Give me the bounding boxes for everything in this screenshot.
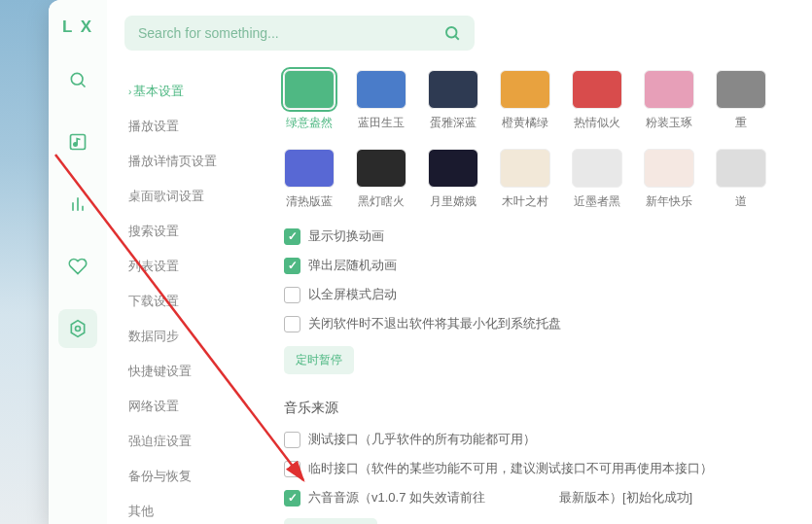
option-fullscreen[interactable]: 以全屏模式启动 xyxy=(284,286,800,303)
theme-swatch xyxy=(644,149,694,188)
theme-item[interactable]: 木叶之村 xyxy=(500,149,550,210)
checkbox[interactable] xyxy=(284,228,300,245)
timed-pause-button[interactable]: 定时暂停 xyxy=(284,346,354,374)
checkbox[interactable] xyxy=(284,287,300,303)
sidebar-item-label: 基本设置 xyxy=(133,83,184,100)
theme-item[interactable]: 热情似火 xyxy=(572,70,622,131)
svg-point-0 xyxy=(71,73,83,85)
sidebar-item-label: 备份与恢复 xyxy=(128,468,192,485)
sidebar-item-label: 下载设置 xyxy=(128,293,179,310)
heart-icon xyxy=(68,257,88,276)
nav-chart[interactable] xyxy=(58,185,97,224)
theme-item[interactable]: 蓝田生玉 xyxy=(356,70,406,131)
sidebar-item-play[interactable]: 播放设置 xyxy=(128,109,272,144)
sidebar-item-label: 播放详情页设置 xyxy=(128,153,217,170)
option-popup-anim[interactable]: 弹出层随机动画 xyxy=(284,257,800,274)
sidebar-item-lyrics[interactable]: 桌面歌词设置 xyxy=(128,179,272,214)
theme-swatch xyxy=(500,149,550,188)
theme-item[interactable]: 新年快乐 xyxy=(644,149,694,210)
sidebar-item-sync[interactable]: 数据同步 xyxy=(128,319,272,354)
sidebar-item-search[interactable]: 搜索设置 xyxy=(128,214,272,249)
source-option-temp[interactable]: 临时接口（软件的某些功能不可用，建议测试接口不可用再使用本接口） xyxy=(284,460,800,477)
checkbox[interactable] xyxy=(284,490,300,507)
theme-item[interactable]: 重 xyxy=(716,70,766,131)
search-input[interactable] xyxy=(138,25,436,41)
themes-row-1: 绿意盎然蓝田生玉蛋雅深蓝橙黄橘绿热情似火粉装玉琢重 xyxy=(284,70,800,131)
theme-item[interactable]: 蛋雅深蓝 xyxy=(428,70,478,131)
main-area: ›基本设置 播放设置 播放详情页设置 桌面歌词设置 搜索设置 列表设置 下载设置… xyxy=(107,0,812,524)
theme-swatch xyxy=(572,149,622,188)
top-bar xyxy=(107,0,812,66)
theme-label: 粉装玉琢 xyxy=(646,115,692,131)
option-label: 临时接口（软件的某些功能不可用，建议测试接口不可用再使用本接口） xyxy=(308,460,713,477)
checkbox[interactable] xyxy=(284,432,300,448)
option-label: 弹出层随机动画 xyxy=(308,257,397,274)
nav-settings[interactable] xyxy=(58,309,97,348)
option-close-tray[interactable]: 关闭软件时不退出软件将其最小化到系统托盘 xyxy=(284,315,800,332)
theme-item[interactable]: 近墨者黑 xyxy=(572,149,622,210)
theme-item[interactable]: 月里嫦娥 xyxy=(428,149,478,210)
checkbox[interactable] xyxy=(284,461,300,477)
source-option-liuyin[interactable]: 六音音源（v1.0.7 如失效请前往 最新版本）[初始化成功] xyxy=(284,489,800,507)
sidebar-item-label: 快捷键设置 xyxy=(128,363,192,380)
checkbox[interactable] xyxy=(284,316,300,332)
sidebar-item-ocd[interactable]: 强迫症设置 xyxy=(128,424,272,459)
theme-swatch xyxy=(716,149,766,188)
sidebar-item-hotkey[interactable]: 快捷键设置 xyxy=(128,354,272,389)
chevron-right-icon: › xyxy=(128,87,131,97)
nav-search[interactable] xyxy=(58,60,97,99)
sidebar-item-backup[interactable]: 备份与恢复 xyxy=(128,459,272,494)
source-option-test[interactable]: 测试接口（几乎软件的所有功能都可用） xyxy=(284,431,800,448)
theme-item[interactable]: 清热版蓝 xyxy=(284,149,335,210)
theme-item[interactable]: 粉装玉琢 xyxy=(644,70,694,131)
sidebar-item-label: 列表设置 xyxy=(128,258,179,275)
manage-source-button[interactable]: 自定义源管理 xyxy=(284,518,377,524)
theme-swatch xyxy=(716,70,766,109)
nav-playlist[interactable] xyxy=(58,122,97,161)
themes-row-2: 清热版蓝黑灯瞎火月里嫦娥木叶之村近墨者黑新年快乐道 xyxy=(284,149,800,210)
theme-label: 近墨者黑 xyxy=(574,193,620,210)
checkbox[interactable] xyxy=(284,258,300,274)
theme-item[interactable]: 黑灯瞎火 xyxy=(356,149,406,210)
theme-swatch xyxy=(284,149,335,188)
settings-pane: 绿意盎然蓝田生玉蛋雅深蓝橙黄橘绿热情似火粉装玉琢重 清热版蓝黑灯瞎火月里嫦娥木叶… xyxy=(272,66,812,524)
sidebar-item-label: 网络设置 xyxy=(128,398,179,415)
sidebar-item-list[interactable]: 列表设置 xyxy=(128,249,272,284)
search-icon[interactable] xyxy=(443,24,461,42)
sidebar-item-network[interactable]: 网络设置 xyxy=(128,389,272,424)
left-nav-bar: L X xyxy=(49,0,107,524)
search-box[interactable] xyxy=(124,16,475,51)
content-area: ›基本设置 播放设置 播放详情页设置 桌面歌词设置 搜索设置 列表设置 下载设置… xyxy=(107,66,812,524)
sidebar-item-label: 桌面歌词设置 xyxy=(128,188,204,205)
sidebar-item-download[interactable]: 下载设置 xyxy=(128,284,272,319)
theme-label: 新年快乐 xyxy=(646,193,692,210)
option-label: 测试接口（几乎软件的所有功能都可用） xyxy=(308,431,536,448)
theme-label: 热情似火 xyxy=(574,115,620,131)
svg-marker-7 xyxy=(71,321,84,337)
svg-line-1 xyxy=(82,84,86,87)
theme-label: 重 xyxy=(735,115,747,131)
svg-line-10 xyxy=(455,36,458,39)
sidebar-item-label: 数据同步 xyxy=(128,328,179,345)
theme-swatch xyxy=(356,70,406,109)
source-options: 测试接口（几乎软件的所有功能都可用） 临时接口（软件的某些功能不可用，建议测试接… xyxy=(284,431,800,507)
option-label: 关闭软件时不退出软件将其最小化到系统托盘 xyxy=(308,315,561,332)
settings-icon xyxy=(68,319,88,338)
search-icon xyxy=(68,70,88,89)
theme-swatch xyxy=(644,70,694,109)
sidebar-item-label: 其他 xyxy=(128,503,154,520)
theme-label: 蛋雅深蓝 xyxy=(430,115,477,131)
theme-label: 木叶之村 xyxy=(502,193,548,210)
theme-item[interactable]: 绿意盎然 xyxy=(284,70,335,131)
sidebar-item-other[interactable]: 其他 xyxy=(128,494,272,524)
option-label: 六音音源（v1.0.7 如失效请前往 最新版本）[初始化成功] xyxy=(308,489,692,507)
option-label: 显示切换动画 xyxy=(308,227,384,245)
theme-swatch xyxy=(428,149,478,188)
theme-item[interactable]: 道 xyxy=(716,149,766,210)
theme-item[interactable]: 橙黄橘绿 xyxy=(500,70,550,131)
nav-favorites[interactable] xyxy=(58,247,97,286)
option-switch-anim[interactable]: 显示切换动画 xyxy=(284,227,800,245)
sidebar-item-play-detail[interactable]: 播放详情页设置 xyxy=(128,144,272,179)
sidebar-item-basic[interactable]: ›基本设置 xyxy=(128,74,272,109)
theme-swatch xyxy=(500,70,550,109)
